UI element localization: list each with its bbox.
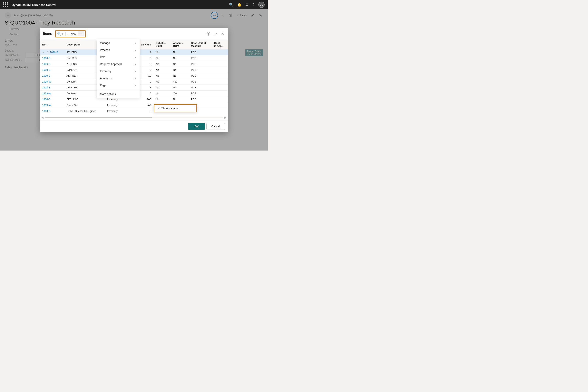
dropdown-label-inventory: Inventory xyxy=(100,70,111,73)
cell-uom: PCS xyxy=(189,79,212,85)
cell-subst: No xyxy=(154,67,171,73)
cell-assem: No xyxy=(171,49,189,55)
cell-cost xyxy=(212,79,228,85)
new-button[interactable]: + New xyxy=(67,32,77,36)
cancel-button[interactable]: Cancel xyxy=(206,123,225,130)
cell-subst: No xyxy=(154,55,171,61)
dropdown-item-process[interactable]: Process ▶ xyxy=(97,46,140,54)
cell-subst: No xyxy=(154,85,171,90)
cell-uom: PCS xyxy=(189,90,212,96)
cell-uom: PCS xyxy=(189,73,212,79)
scroll-track[interactable] xyxy=(45,116,223,118)
dropdown-label-process: Process xyxy=(100,48,110,52)
ok-button[interactable]: OK xyxy=(188,123,205,130)
cell-cost xyxy=(212,73,228,79)
col-no: No. ↑ xyxy=(40,40,64,49)
scroll-left-arrow[interactable]: ◀ xyxy=(40,115,45,120)
row-arrow-icon: → xyxy=(42,51,44,54)
cell-subst: No xyxy=(154,73,171,79)
dropdown-label-page: Page xyxy=(100,84,106,87)
dropdown-item-attributes[interactable]: Attributes ▶ xyxy=(97,75,140,82)
dropdown-item-item[interactable]: Item ▶ xyxy=(97,54,140,60)
modal-header-right: ⓘ ⤢ ✕ xyxy=(206,31,225,37)
cell-assem: No xyxy=(171,67,189,73)
dropdown-item-inventory[interactable]: Inventory ▶ xyxy=(97,68,140,75)
expand-button[interactable]: ⤢ xyxy=(214,31,218,37)
modal-toolbar: 🔍 ▾ + New ··· xyxy=(55,30,86,38)
toolbar-search-icon[interactable]: 🔍 xyxy=(57,32,61,36)
cell-uom: PCS xyxy=(189,49,212,55)
bell-icon[interactable]: 🔔 xyxy=(237,2,242,7)
dropdown-label-request-approval: Request Approval xyxy=(100,62,122,66)
table-row[interactable]: 1953-W Guest Se Inventory -49 No Yes PCS xyxy=(40,102,228,108)
cell-no: 1925-W xyxy=(40,79,64,85)
cell-description: ROME Guest Chair, green xyxy=(64,108,105,114)
dropdown-divider xyxy=(97,90,140,90)
cell-assem: No xyxy=(171,55,189,61)
cell-type: Inventory xyxy=(105,102,123,108)
more-options-button[interactable]: ··· xyxy=(78,31,84,36)
modal-title: Items xyxy=(43,32,52,36)
info-button[interactable]: ⓘ xyxy=(206,31,211,37)
cell-no: 1929-W xyxy=(40,90,64,96)
col-assem: Assem...BOM xyxy=(171,40,189,49)
app-title: Dynamics 365 Business Central xyxy=(12,3,226,6)
help-icon[interactable]: ? xyxy=(252,3,254,7)
cell-no: → ⋮ 1896-S xyxy=(40,49,64,55)
cell-subst: No xyxy=(154,90,171,96)
no-value: 1908-S xyxy=(42,68,50,71)
cell-cost xyxy=(212,61,228,67)
chevron-right-icon-5: ▶ xyxy=(135,70,136,72)
cell-assem: Yes xyxy=(171,79,189,85)
new-label: New xyxy=(70,32,76,36)
scroll-thumb[interactable] xyxy=(45,116,152,118)
dropdown-submenu: ✓ Show as menu xyxy=(154,104,197,112)
plus-icon: + xyxy=(68,32,70,36)
nav-icons: 🔍 🔔 ⚙ ? BC xyxy=(229,2,264,8)
chevron-right-icon-3: ▶ xyxy=(135,56,136,58)
search-icon[interactable]: 🔍 xyxy=(229,2,233,7)
check-mark-icon: ✓ xyxy=(158,106,160,110)
no-value: 1906-S xyxy=(42,62,50,66)
cell-assem: No xyxy=(171,96,189,102)
col-uom: Base Unit ofMeasure xyxy=(189,40,212,49)
cell-qty: 2 xyxy=(123,108,154,114)
gear-icon[interactable]: ⚙ xyxy=(246,2,248,7)
no-value: 1920-S xyxy=(42,74,50,77)
dropdown-item-page[interactable]: Page ▶ xyxy=(97,82,140,89)
dropdown-label-more-options: More options xyxy=(100,92,116,96)
cell-no: 1920-S xyxy=(40,73,64,79)
cell-cost xyxy=(212,108,228,114)
cell-description: Guest Se xyxy=(64,102,105,108)
dropdown-item-more-options[interactable]: More options xyxy=(97,90,140,98)
row-drag-icon: ⋮ xyxy=(46,50,49,54)
no-value: 1900-S xyxy=(42,57,50,60)
cell-no: 1908-S xyxy=(40,67,64,73)
dropdown-item-request-approval[interactable]: Request Approval ▶ xyxy=(97,60,140,68)
items-modal: Items 🔍 ▾ + New ··· ⓘ ⤢ ✕ xyxy=(40,28,228,132)
dropdown-menu: Manage ▶ Process ▶ Item ▶ Request Approv… xyxy=(97,39,140,98)
modal-overlay[interactable]: Items 🔍 ▾ + New ··· ⓘ ⤢ ✕ xyxy=(0,10,268,150)
search-chevron-icon[interactable]: ▾ xyxy=(62,32,63,35)
waffle-icon[interactable] xyxy=(3,2,8,7)
table-row[interactable]: 1960-S ROME Guest Chair, green Inventory… xyxy=(40,108,228,114)
avatar[interactable]: BC xyxy=(258,2,264,8)
horizontal-scrollbar[interactable]: ◀ ▶ xyxy=(40,114,228,120)
cell-no: 1928-S xyxy=(40,85,64,90)
dropdown-item-manage[interactable]: Manage ▶ xyxy=(97,40,140,46)
cell-cost xyxy=(212,67,228,73)
no-value: 1960-S xyxy=(42,110,50,112)
toolbar-divider xyxy=(66,32,66,36)
cell-no: 1960-S xyxy=(40,108,64,114)
close-button[interactable]: ✕ xyxy=(220,31,225,37)
col-subst: Substi...Exist xyxy=(154,40,171,49)
top-navigation: Dynamics 365 Business Central 🔍 🔔 ⚙ ? BC xyxy=(0,0,268,10)
cell-type: Inventory xyxy=(105,108,123,114)
scroll-right-arrow[interactable]: ▶ xyxy=(223,115,228,120)
no-value: 1928-S xyxy=(42,86,50,89)
dropdown-label-attributes: Attributes xyxy=(100,77,112,80)
dropdown-item-show-as-menu[interactable]: ✓ Show as menu xyxy=(154,104,196,112)
chevron-right-icon-2: ▶ xyxy=(135,48,136,51)
cell-assem: No xyxy=(171,61,189,67)
cell-cost xyxy=(212,49,228,55)
